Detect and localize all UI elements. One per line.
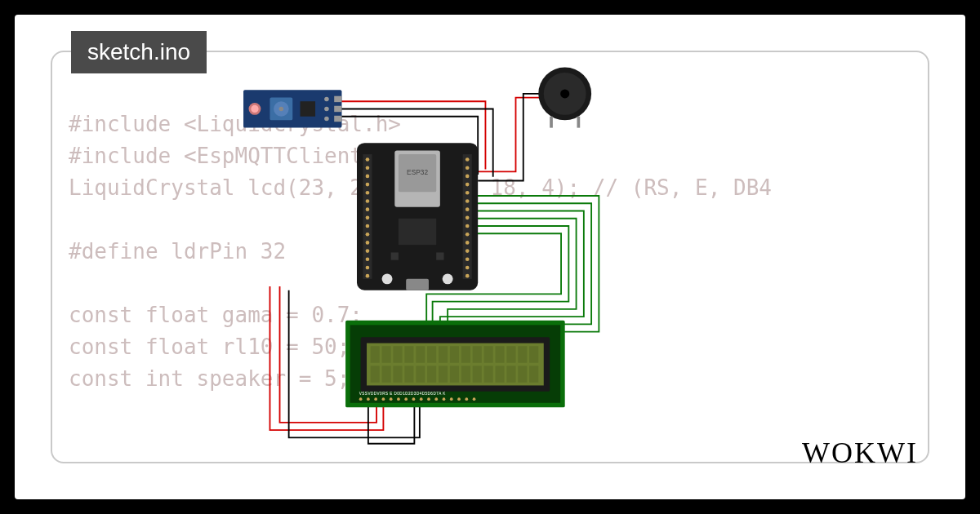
lcd-pin-labels: VSSVDDV0RS E D0D1D2D3D4D5D6D7A K: [359, 392, 447, 396]
svg-point-35: [366, 274, 370, 278]
svg-rect-91: [518, 366, 527, 382]
svg-rect-17: [577, 117, 581, 128]
svg-rect-70: [450, 346, 459, 362]
svg-rect-89: [495, 366, 504, 382]
lcd-display[interactable]: VSSVDDV0RS E D0D1D2D3D4D5D6D7A K: [345, 321, 565, 408]
svg-point-37: [466, 166, 470, 170]
svg-point-22: [366, 166, 370, 170]
svg-rect-67: [416, 346, 425, 362]
svg-point-43: [466, 216, 470, 220]
svg-point-42: [466, 207, 470, 211]
svg-point-46: [466, 241, 470, 245]
svg-rect-64: [382, 346, 391, 362]
svg-rect-10: [334, 96, 341, 102]
svg-point-34: [366, 266, 370, 270]
svg-rect-74: [495, 346, 504, 362]
piezo-buzzer[interactable]: [538, 68, 591, 128]
svg-point-105: [450, 397, 453, 401]
esp32-chip-label: ESP32: [407, 168, 428, 176]
svg-rect-72: [473, 346, 482, 362]
svg-rect-75: [506, 346, 515, 362]
svg-point-38: [466, 175, 470, 179]
svg-rect-11: [334, 106, 341, 112]
svg-rect-77: [529, 346, 538, 362]
svg-point-44: [466, 224, 470, 228]
filename-label: sketch.ino: [87, 39, 190, 64]
svg-point-96: [382, 397, 385, 401]
svg-point-5: [279, 107, 284, 112]
svg-point-49: [466, 266, 470, 270]
svg-point-31: [366, 241, 370, 245]
svg-point-9: [324, 117, 329, 122]
svg-point-95: [374, 397, 377, 401]
svg-rect-78: [371, 366, 380, 382]
svg-point-103: [434, 397, 438, 401]
svg-rect-12: [334, 116, 341, 122]
svg-point-24: [366, 183, 370, 187]
svg-point-30: [366, 233, 370, 237]
svg-point-98: [397, 397, 400, 401]
svg-rect-87: [473, 366, 482, 382]
svg-point-8: [324, 107, 329, 112]
svg-rect-56: [399, 219, 436, 245]
svg-point-7: [324, 97, 329, 102]
svg-point-15: [560, 89, 569, 98]
svg-rect-86: [461, 366, 470, 382]
svg-rect-73: [484, 346, 493, 362]
svg-rect-69: [439, 346, 448, 362]
svg-point-104: [443, 397, 446, 401]
svg-rect-6: [301, 101, 316, 117]
wokwi-logo: WOKWI: [802, 436, 918, 470]
svg-point-2: [251, 105, 258, 113]
svg-point-28: [366, 216, 370, 220]
svg-point-97: [390, 397, 393, 401]
svg-point-93: [359, 397, 363, 401]
svg-point-108: [473, 397, 476, 401]
circuit-canvas[interactable]: ESP32: [52, 52, 928, 462]
svg-rect-63: [371, 346, 380, 362]
svg-point-25: [366, 191, 370, 195]
svg-rect-16: [550, 117, 553, 128]
svg-rect-81: [404, 366, 413, 382]
svg-rect-84: [439, 366, 448, 382]
svg-point-50: [466, 274, 470, 278]
svg-point-102: [427, 397, 430, 401]
svg-point-41: [466, 199, 470, 203]
svg-point-107: [465, 397, 468, 401]
svg-point-21: [366, 157, 370, 162]
svg-rect-82: [416, 366, 425, 382]
svg-rect-90: [506, 366, 515, 382]
svg-point-27: [366, 207, 370, 211]
svg-point-23: [366, 175, 370, 179]
svg-rect-83: [427, 366, 436, 382]
esp32-board[interactable]: ESP32: [357, 143, 478, 290]
svg-rect-66: [404, 346, 413, 362]
svg-point-94: [367, 397, 370, 401]
svg-rect-65: [393, 346, 402, 362]
svg-point-45: [466, 233, 470, 237]
svg-point-55: [443, 273, 453, 284]
svg-rect-76: [518, 346, 527, 362]
svg-rect-57: [391, 252, 399, 259]
filename-tab[interactable]: sketch.ino: [71, 31, 207, 73]
svg-point-26: [366, 199, 370, 203]
svg-point-36: [466, 157, 470, 162]
svg-point-54: [382, 273, 393, 284]
svg-point-48: [466, 257, 470, 261]
svg-rect-71: [461, 346, 470, 362]
svg-rect-79: [382, 366, 391, 382]
svg-point-32: [366, 249, 370, 253]
svg-point-106: [457, 397, 461, 401]
svg-point-100: [412, 397, 416, 401]
svg-rect-58: [436, 252, 443, 259]
svg-point-99: [404, 397, 408, 401]
svg-rect-92: [529, 366, 538, 382]
svg-point-33: [366, 257, 370, 261]
svg-rect-85: [450, 366, 459, 382]
svg-rect-53: [406, 279, 429, 290]
svg-point-29: [366, 224, 370, 228]
svg-rect-88: [484, 366, 493, 382]
ldr-sensor-module[interactable]: [243, 90, 341, 127]
svg-point-47: [466, 249, 470, 253]
svg-rect-80: [393, 366, 402, 382]
